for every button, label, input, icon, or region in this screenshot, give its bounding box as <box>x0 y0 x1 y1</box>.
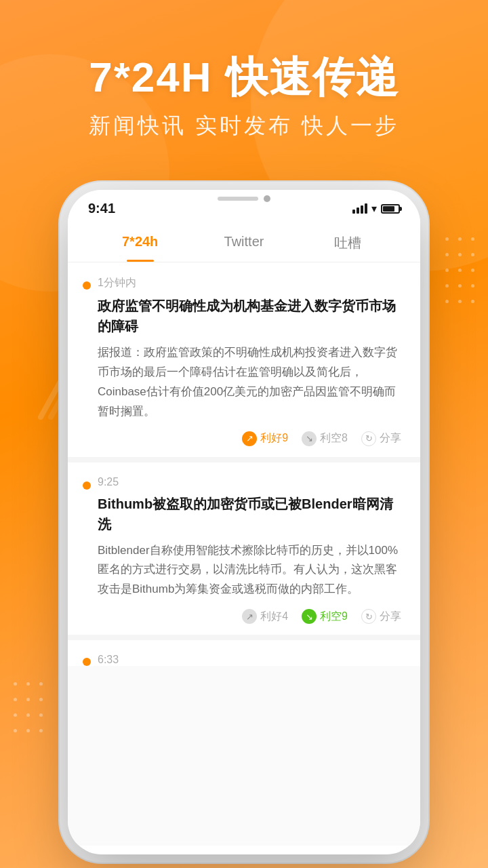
share-icon-2: ↻ <box>361 609 376 624</box>
news-dot-3 <box>83 658 91 666</box>
news-time-3: 6:33 <box>98 654 401 666</box>
header-area: 7*24H 快速传递 新闻快讯 实时发布 快人一步 <box>0 54 488 141</box>
wifi-icon: ▾ <box>371 202 377 215</box>
news-dot-2 <box>83 481 91 490</box>
header-title: 7*24H 快速传递 <box>41 54 447 100</box>
news-body-1: 据报道：政府监管政策的不明确性成机构投资者进入数字货币市场的最后一个障碍估计在监… <box>98 343 401 422</box>
tab-tuhao[interactable]: 吐槽 <box>296 227 400 262</box>
notch-area <box>218 195 270 202</box>
share-icon-1: ↻ <box>361 431 376 446</box>
share-button-1[interactable]: ↻ 分享 <box>361 431 401 446</box>
header-subtitle: 新闻快讯 实时发布 快人一步 <box>41 111 447 141</box>
phone-frame: 9:41 ▾ 7*24h <box>68 190 420 854</box>
news-actions-1: ↗ 利好9 ↘ 利空8 ↻ 分享 <box>98 431 401 446</box>
news-time-2: 9:25 <box>98 476 401 488</box>
tab-7x24h[interactable]: 7*24h <box>88 227 192 262</box>
news-feed: 1分钟内 政府监管不明确性成为机构基金进入数字货币市场的障碍 据报道：政府监管政… <box>68 262 420 846</box>
bullish-button-1[interactable]: ↗ 利好9 <box>242 431 288 446</box>
status-bar: 9:41 ▾ <box>68 190 420 222</box>
news-item-3: 6:33 <box>68 640 420 666</box>
signal-icon <box>352 203 367 214</box>
battery-icon <box>381 204 400 214</box>
news-title-1: 政府监管不明确性成为机构基金进入数字货币市场的障碍 <box>98 296 401 336</box>
news-dot-1 <box>83 281 91 290</box>
phone-mockup: 9:41 ▾ 7*24h <box>68 190 420 854</box>
bullish-icon-1: ↗ <box>242 431 257 446</box>
news-item-1: 1分钟内 政府监管不明确性成为机构基金进入数字货币市场的障碍 据报道：政府监管政… <box>68 262 420 462</box>
news-actions-2: ↗ 利好4 ↘ 利空9 ↻ 分享 <box>98 609 401 624</box>
status-icons: ▾ <box>352 202 400 215</box>
camera <box>264 195 270 202</box>
dots-right <box>445 237 474 303</box>
news-time-1: 1分钟内 <box>98 276 401 290</box>
news-item-2: 9:25 Bithumb被盗取的加密货币或已被Blender暗网清洗 Bitbl… <box>68 462 420 641</box>
news-body-2: Bitblender自称使用智能技术擦除比特币的历史，并以100%匿名的方式进行… <box>98 541 401 600</box>
tab-twitter[interactable]: Twitter <box>192 227 296 262</box>
news-title-2: Bithumb被盗取的加密货币或已被Blender暗网清洗 <box>98 494 401 534</box>
speaker <box>218 197 258 201</box>
bullish-icon-2: ↗ <box>242 609 257 624</box>
bearish-button-1[interactable]: ↘ 利空8 <box>302 431 348 446</box>
tabs-bar: 7*24h Twitter 吐槽 <box>68 222 420 262</box>
bullish-button-2[interactable]: ↗ 利好4 <box>242 609 288 624</box>
share-button-2[interactable]: ↻ 分享 <box>361 609 401 624</box>
bearish-button-2[interactable]: ↘ 利空9 <box>302 609 348 624</box>
dots-left <box>14 682 43 732</box>
bearish-icon-2: ↘ <box>302 609 317 624</box>
bearish-icon-1: ↘ <box>302 431 317 446</box>
status-time: 9:41 <box>88 201 115 216</box>
